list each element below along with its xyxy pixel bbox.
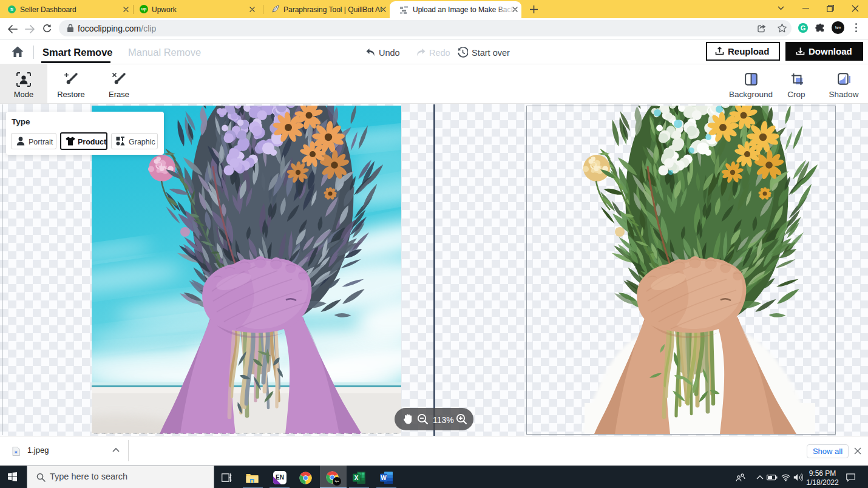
svg-text:W: W xyxy=(381,475,387,481)
svg-text:X: X xyxy=(354,475,359,481)
